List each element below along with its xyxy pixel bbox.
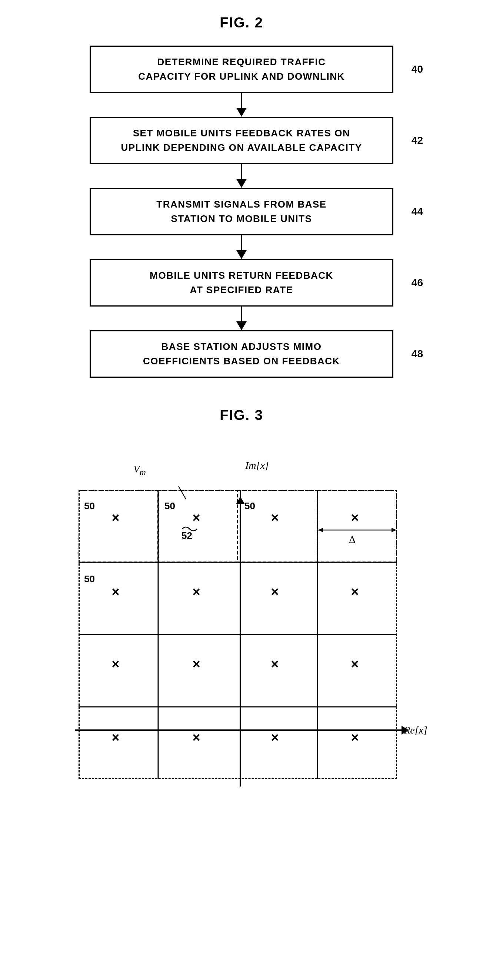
fig3-title: FIG. 3 (30, 407, 453, 423)
svg-line-13 (178, 486, 186, 499)
arrow-1 (236, 93, 247, 117)
arrow-4 (236, 307, 247, 330)
label-40: 40 (412, 64, 423, 75)
label-48: 48 (412, 348, 423, 360)
x-mark-r2c4: × (351, 584, 359, 600)
fig3-container: Re[x] Im[x] (38, 438, 445, 846)
x-mark-r4c2: × (192, 730, 200, 745)
box-48: BASE STATION ADJUSTS MIMOCOEFFICIENTS BA… (90, 330, 393, 378)
x-mark-r1c4: × (351, 510, 359, 526)
flowchart: DETERMINE REQUIRED TRAFFICCAPACITY FOR U… (30, 46, 453, 378)
x-mark-r1c1: × (111, 510, 119, 526)
x-mark-r4c1: × (111, 730, 119, 745)
label-52: 52 (181, 530, 192, 541)
delta-label: Δ (349, 534, 356, 546)
label-46: 46 (412, 277, 423, 289)
svg-marker-12 (391, 528, 396, 532)
vm-subscript: m (140, 468, 146, 477)
x-mark-r3c3: × (271, 656, 278, 672)
flow-row-46: MOBILE UNITS RETURN FEEDBACKAT SPECIFIED… (30, 259, 453, 307)
fig3-section: FIG. 3 Re[x] Im[x] (30, 407, 453, 846)
x-mark-r3c4: × (351, 656, 359, 672)
x-mark-r2c3: × (271, 584, 278, 600)
x-mark-r1c3: × (271, 510, 278, 526)
flow-row-40: DETERMINE REQUIRED TRAFFICCAPACITY FOR U… (30, 46, 453, 93)
label-50-r1c2: 50 (164, 500, 175, 512)
x-mark-r2c1: × (111, 584, 119, 600)
x-mark-r1c2: × (192, 510, 200, 526)
label-50-r2c1: 50 (84, 573, 95, 585)
x-mark-r4c4: × (351, 730, 359, 745)
svg-marker-11 (318, 528, 323, 532)
fig2-title: FIG. 2 (30, 15, 453, 31)
box-40: DETERMINE REQUIRED TRAFFICCAPACITY FOR U… (90, 46, 393, 93)
label-50-r1c1: 50 (84, 500, 95, 512)
flow-row-42: SET MOBILE UNITS FEEDBACK RATES ONUPLINK… (30, 117, 453, 164)
label-42: 42 (412, 135, 423, 146)
arrow-2 (236, 164, 247, 188)
x-mark-r3c2: × (192, 656, 200, 672)
label-44: 44 (412, 206, 423, 218)
page: FIG. 2 DETERMINE REQUIRED TRAFFICCAPACIT… (0, 0, 483, 861)
x-mark-r2c2: × (192, 584, 200, 600)
flow-row-48: BASE STATION ADJUSTS MIMOCOEFFICIENTS BA… (30, 330, 453, 378)
arrow-3 (236, 235, 247, 259)
flow-row-44: TRANSMIT SIGNALS FROM BASESTATION TO MOB… (30, 188, 453, 235)
box-46: MOBILE UNITS RETURN FEEDBACKAT SPECIFIED… (90, 259, 393, 307)
x-mark-r3c1: × (111, 656, 119, 672)
box-44: TRANSMIT SIGNALS FROM BASESTATION TO MOB… (90, 188, 393, 235)
label-50-r1c3: 50 (245, 500, 255, 512)
svg-rect-6 (318, 490, 397, 562)
x-mark-r4c3: × (271, 730, 278, 745)
vm-label: Vm (133, 463, 146, 477)
box-42: SET MOBILE UNITS FEEDBACK RATES ONUPLINK… (90, 117, 393, 164)
fig3-svg (38, 438, 445, 846)
